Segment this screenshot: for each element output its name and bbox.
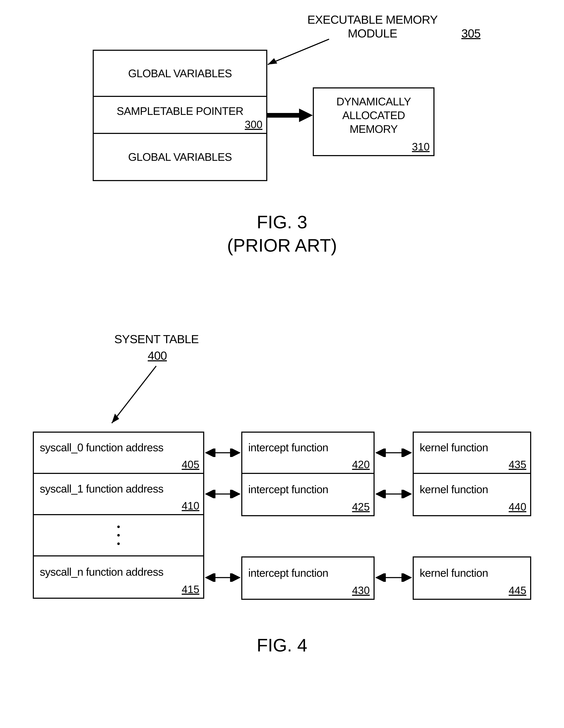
ellipsis-dot — [117, 542, 120, 545]
fig4-sysent-r1-text: syscall_0 function address — [40, 441, 163, 454]
svg-line-4 — [112, 366, 156, 423]
fig4-title-ref: 400 — [148, 349, 167, 362]
fig4-intercept-row-1: intercept function 425 — [242, 474, 374, 515]
fig3-dyn-text: DYNAMICALLY ALLOCATED MEMORY — [336, 95, 411, 136]
fig4-title-label: SYSENT TABLE — [114, 332, 199, 346]
fig4-sysent-r1-ref: 405 — [182, 458, 199, 471]
fig4-arrow-i0-k0 — [375, 449, 413, 457]
fig3-row3-text: GLOBAL VARIABLES — [128, 151, 232, 163]
fig3-caption-2: (PRIOR ART) — [0, 235, 564, 256]
fig4-intercept-n-box: intercept function 430 — [241, 556, 375, 600]
fig3-row-global2: GLOBAL VARIABLES — [94, 134, 266, 180]
fig4-kernel-r2-text: kernel function — [420, 483, 488, 496]
fig3-row-sampletable: SAMPLETABLE POINTER 300 — [94, 97, 266, 134]
fig4-intercept-rn-ref: 430 — [352, 584, 370, 597]
fig3-caption-1: FIG. 3 — [0, 212, 564, 233]
fig4-sysent-ellipsis — [34, 515, 203, 556]
ellipsis-dot — [117, 526, 120, 528]
fig4-intercept-top-box: intercept function 420 intercept functio… — [241, 432, 375, 516]
fig3-leader-arrow — [261, 37, 331, 69]
fig4-kernel-row-n: kernel function 445 — [414, 557, 530, 599]
fig4-arrow-sn-in — [204, 573, 241, 582]
fig4-sysent-row-0: syscall_0 function address 405 — [34, 433, 203, 474]
fig4-leader-arrow — [103, 364, 162, 429]
fig4-intercept-r1-text: intercept function — [248, 441, 328, 454]
fig4-intercept-r2-ref: 425 — [352, 501, 370, 513]
fig4-kernel-r2-ref: 440 — [509, 501, 526, 513]
fig4-intercept-row-0: intercept function 420 — [242, 433, 374, 474]
fig4-kernel-rn-ref: 445 — [509, 584, 526, 597]
fig4-kernel-row-1: kernel function 440 — [414, 474, 530, 515]
fig4-sysent-rn-text: syscall_n function address — [40, 566, 163, 578]
fig3-module-box: GLOBAL VARIABLES SAMPLETABLE POINTER 300… — [93, 50, 267, 181]
fig4-arrow-in-kn — [375, 573, 413, 582]
fig4-sysent-row-n: syscall_n function address 415 — [34, 556, 203, 598]
fig4-intercept-row-n: intercept function 430 — [242, 557, 374, 599]
fig3-row2-text: SAMPLETABLE POINTER — [117, 105, 243, 117]
ellipsis-dot — [117, 534, 120, 537]
fig3-row-global1: GLOBAL VARIABLES — [94, 51, 266, 97]
fig4-kernel-n-box: kernel function 445 — [413, 556, 531, 600]
fig4-arrow-i1-k1 — [375, 490, 413, 498]
fig3-thick-arrow — [267, 107, 314, 124]
fig4-sysent-r2-text: syscall_1 function address — [40, 482, 163, 495]
fig4-kernel-rn-text: kernel function — [420, 567, 488, 579]
fig4-kernel-top-box: kernel function 435 kernel function 440 — [413, 432, 531, 516]
fig3-title-ref: 305 — [461, 26, 480, 40]
fig3-dyn-ref: 310 — [412, 141, 430, 153]
fig4-kernel-r1-text: kernel function — [420, 441, 488, 454]
fig3-dyn-box: DYNAMICALLY ALLOCATED MEMORY 310 — [313, 87, 435, 156]
fig3-row2-ref: 300 — [245, 118, 262, 131]
fig4-sysent-rn-ref: 415 — [182, 583, 199, 596]
svg-line-0 — [268, 39, 329, 65]
fig4-caption: FIG. 4 — [0, 635, 564, 656]
fig4-arrow-s0-i0 — [204, 449, 241, 457]
svg-marker-3 — [299, 109, 313, 122]
fig4-sysent-r2-ref: 410 — [182, 500, 199, 512]
svg-marker-1 — [268, 58, 277, 65]
fig3-row1-text: GLOBAL VARIABLES — [128, 67, 232, 80]
fig3-title-label: EXECUTABLE MEMORY MODULE — [286, 13, 459, 40]
fig4-kernel-r1-ref: 435 — [509, 458, 526, 471]
fig4-arrow-s1-i1 — [204, 490, 241, 498]
fig4-intercept-rn-text: intercept function — [248, 567, 328, 579]
fig4-sysent-box: syscall_0 function address 405 syscall_1… — [33, 432, 204, 599]
fig4-kernel-row-0: kernel function 435 — [414, 433, 530, 474]
fig4-intercept-r1-ref: 420 — [352, 458, 370, 471]
fig4-intercept-r2-text: intercept function — [248, 483, 328, 496]
fig4-sysent-row-1: syscall_1 function address 410 — [34, 474, 203, 515]
